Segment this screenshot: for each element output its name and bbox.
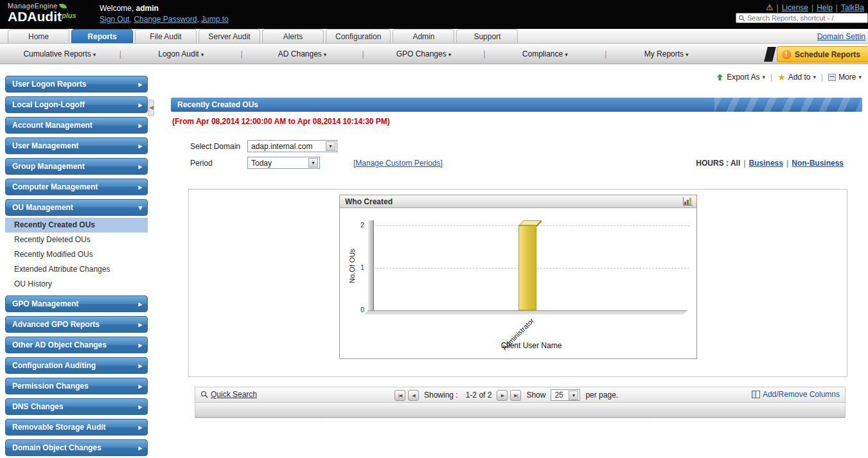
hours-link-business[interactable]: Business <box>749 159 783 168</box>
link-change-password[interactable]: Change Password <box>134 15 197 24</box>
sidebar-subitem-recently-created-ous[interactable]: Recently Created OUs <box>5 218 148 233</box>
nav-cumulative-reports[interactable]: Cumulative Reports▾ <box>0 49 120 58</box>
separator: | <box>777 3 779 12</box>
separator: | <box>786 159 788 168</box>
chevron-right-icon: ▸ <box>138 317 142 333</box>
link-license[interactable]: License <box>782 3 808 12</box>
sidebar-item-label: Other AD Object Changes <box>12 340 107 349</box>
tab-home[interactable]: Home <box>8 29 69 43</box>
first-page-button[interactable]: |◀ <box>394 390 405 401</box>
tab-file-audit[interactable]: File Audit <box>135 29 197 43</box>
sidebar-item-ou-management[interactable]: OU Management▾ <box>5 199 148 216</box>
chevron-down-icon: ▾ <box>813 74 816 80</box>
tab-reports[interactable]: Reports <box>71 29 133 43</box>
app-logo: ManageEngine ADAuditplus <box>8 1 76 23</box>
chevron-down-icon: ▾ <box>138 200 142 216</box>
period-select[interactable]: Today ▼ <box>247 157 320 169</box>
sidebar-item-label: DNS Changes <box>12 402 63 411</box>
prev-page-button[interactable]: ◀ <box>408 390 419 401</box>
domain-settings-link[interactable]: Domain Settin <box>817 32 865 41</box>
sidebar-item-advanced-gpo-reports[interactable]: Advanced GPO Reports▸ <box>5 316 148 333</box>
y-tick-label: 2 <box>353 221 364 229</box>
hours-filter: HOURS : All |Business|Non-Business <box>696 159 844 168</box>
period-select-value: Today <box>251 159 272 168</box>
sidebar-item-label: Permission Changes <box>12 382 89 391</box>
sidebar-item-label: Computer Management <box>12 182 98 191</box>
last-page-button[interactable]: ▶| <box>510 390 521 401</box>
tab-support[interactable]: Support <box>456 29 518 43</box>
chevron-right-icon: ▸ <box>138 419 142 436</box>
manage-custom-periods-link[interactable]: [Manage Custom Periods] <box>353 159 443 168</box>
tab-alerts[interactable]: Alerts <box>262 29 324 43</box>
link-sign-out[interactable]: Sign Out <box>100 15 130 24</box>
report-title-bar: Recently Created OUs <box>171 98 862 112</box>
global-search[interactable] <box>736 13 868 23</box>
nav-logon-audit[interactable]: Logon Audit▾ <box>121 49 241 58</box>
chevron-down-icon: ▾ <box>565 51 568 58</box>
nav-label: AD Changes <box>278 49 322 58</box>
columns-icon <box>752 391 760 398</box>
add-to-button[interactable]: ★ Add to ▾ <box>777 73 816 82</box>
nav-compliance[interactable]: Compliance▾ <box>485 49 605 58</box>
chevron-right-icon: ▸ <box>138 337 142 353</box>
sidebar-item-gpo-management[interactable]: GPO Management▸ <box>5 295 148 312</box>
tab-configuration[interactable]: Configuration <box>326 29 391 43</box>
nav-gpo-changes[interactable]: GPO Changes▾ <box>364 49 484 58</box>
sidebar-item-group-management[interactable]: Group Management▸ <box>5 158 148 175</box>
sidebar-subitem-recently-deleted-ous[interactable]: Recently Deleted OUs <box>5 233 148 247</box>
link-jump-to[interactable]: Jump to <box>201 15 229 24</box>
chevron-down-icon: ▾ <box>324 51 327 58</box>
chevron-right-icon: ▸ <box>138 179 142 195</box>
category-nav-items: Cumulative Reports▾|Logon Audit▾|AD Chan… <box>0 44 726 64</box>
leaf-icon <box>59 4 67 8</box>
sidebar-subitem-recently-modified-ous[interactable]: Recently Modified OUs <box>5 247 148 262</box>
chevron-right-icon: ▸ <box>138 358 142 374</box>
domain-select[interactable]: adap.internal.com ▼ <box>247 140 337 152</box>
link-help[interactable]: Help <box>817 3 833 12</box>
sidebar-item-configuration-auditing[interactable]: Configuration Auditing▸ <box>5 357 148 374</box>
sidebar-item-other-ad-object-changes[interactable]: Other AD Object Changes▸ <box>5 337 148 353</box>
page-size-select[interactable]: 25 ▼ <box>551 389 580 401</box>
sidebar-item-domain-object-changes[interactable]: Domain Object Changes▸ <box>5 439 148 456</box>
top-header: ManageEngine ADAuditplus Welcome, admin … <box>0 0 868 29</box>
table-header <box>195 403 845 418</box>
sidebar-subitem-ou-history[interactable]: OU History <box>5 277 148 292</box>
link-talkba[interactable]: TalkBa <box>841 3 864 12</box>
export-as-button[interactable]: Export As ▾ <box>716 73 765 82</box>
sidebar-item-user-logon-reports[interactable]: User Logon Reports▸ <box>5 76 148 92</box>
star-icon: ★ <box>777 73 786 81</box>
tab-server-audit[interactable]: Server Audit <box>199 29 260 43</box>
sidebar-item-local-logon-logoff[interactable]: Local Logon-Logoff▸ <box>5 96 148 113</box>
sidebar-item-user-management[interactable]: User Management▸ <box>5 137 148 154</box>
quick-search-link[interactable]: Quick Search <box>200 390 257 399</box>
chevron-down-icon: ▾ <box>858 74 862 80</box>
hours-link-non-business[interactable]: Non-Business <box>792 159 844 168</box>
sidebar-item-permission-changes[interactable]: Permission Changes▸ <box>5 378 148 394</box>
hours-label: HOURS : All <box>696 159 740 168</box>
product-suffix: plus <box>62 12 76 19</box>
tab-admin[interactable]: Admin <box>393 29 454 43</box>
sidebar-subitem-extended-attribute-changes[interactable]: Extended Attribute Changes <box>5 262 148 277</box>
next-page-button[interactable]: ▶ <box>497 390 508 401</box>
schedule-reports-label: Schedule Reports <box>795 50 860 59</box>
separator: | <box>770 73 772 82</box>
sidebar-item-dns-changes[interactable]: DNS Changes▸ <box>5 398 148 415</box>
schedule-reports-button[interactable]: ! Schedule Reports <box>777 46 868 62</box>
chart-panel: Who Created No.Of OUs Administrator Clie… <box>188 189 847 377</box>
sidebar-item-computer-management[interactable]: Computer Management▸ <box>5 179 148 195</box>
add-remove-columns-link[interactable]: Add/Remove Columns <box>752 390 840 399</box>
page-title: Recently Created OUs <box>177 100 258 109</box>
sidebar-item-removable-storage-audit[interactable]: Removable Storage Audit▸ <box>5 419 148 436</box>
x-axis-title: Client User Name <box>373 341 689 350</box>
nav-my-reports[interactable]: My Reports▾ <box>607 49 726 58</box>
search-input[interactable] <box>747 14 863 22</box>
ribbon-notch <box>764 47 776 62</box>
chart-type-icon[interactable] <box>683 197 693 206</box>
caret-down-icon: ▼ <box>569 391 578 400</box>
nav-ad-changes[interactable]: AD Changes▾ <box>243 49 362 58</box>
sidebar-item-account-management[interactable]: Account Management▸ <box>5 117 148 134</box>
sidebar-collapse-handle[interactable]: ◀ <box>148 100 154 116</box>
more-button[interactable]: More ▾ <box>828 73 862 82</box>
more-label: More <box>838 73 856 82</box>
sidebar-item-label: Domain Object Changes <box>12 443 102 452</box>
